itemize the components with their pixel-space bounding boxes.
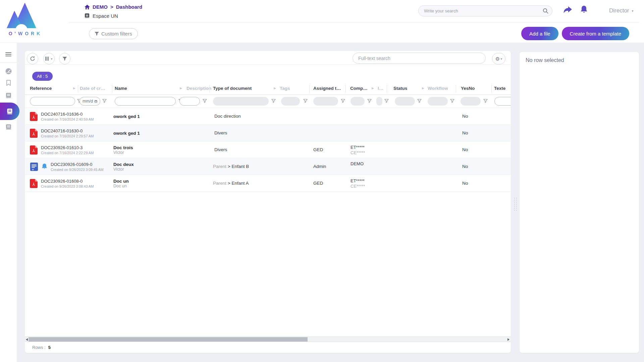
table-row[interactable]: ⅄ DOC230926-01608-0 Created on 9/26/2023… [25, 175, 511, 192]
chevron-down-icon: ▾ [51, 57, 52, 61]
filter-funnel-icon[interactable] [483, 99, 488, 103]
app-logo[interactable]: O'WORK [5, 2, 46, 40]
sort-icon[interactable]: ▶ [274, 86, 276, 90]
column-header-texte[interactable]: Texte [494, 86, 505, 91]
mountain-logo-icon [5, 2, 38, 30]
word-file-icon: w [30, 162, 38, 171]
table-row[interactable]: ⅄ DOC230926-01610-3 Created on 7/16/2024… [25, 141, 511, 158]
column-header-assigned[interactable]: Assigned t… [313, 86, 341, 91]
column-header-workflow[interactable]: Workflow [428, 86, 448, 91]
horizontal-scrollbar[interactable] [25, 337, 511, 342]
scroll-right-arrow-icon[interactable] [507, 338, 509, 341]
document-name: Doc deux [113, 162, 134, 167]
pdf-file-icon: ⅄ [30, 112, 38, 121]
share-arrow-icon [563, 6, 572, 14]
document-reference: DOC240716-01636-0 [41, 112, 94, 117]
search-icon[interactable] [543, 8, 548, 14]
filter-funnel-icon [62, 57, 67, 61]
filter-funnel-icon[interactable] [341, 99, 345, 103]
filter-input-workflow[interactable] [428, 97, 448, 106]
filter-input-reference[interactable] [30, 97, 75, 106]
column-header-type[interactable]: Type of document [213, 86, 252, 91]
filter-input-company[interactable] [351, 97, 365, 106]
refresh-button[interactable] [27, 53, 38, 64]
filter-input-i[interactable] [376, 97, 382, 106]
filter-input-yesno[interactable] [461, 97, 481, 106]
assigned-cell: GED [313, 141, 323, 158]
column-header-description[interactable]: Description [186, 86, 211, 91]
logo-text: O'WORK [5, 31, 46, 36]
filter-input-type[interactable] [213, 97, 269, 106]
sidebar-item-bookmarks[interactable] [0, 77, 17, 89]
sidebar-menu-toggle[interactable] [0, 48, 17, 60]
company-main: DEMO [351, 161, 364, 166]
sort-icon[interactable]: ▶ [180, 86, 182, 90]
document-name-sub: Victor [113, 150, 133, 155]
column-separator [387, 85, 387, 93]
filter-input-texte[interactable] [494, 97, 511, 106]
filter-funnel-icon[interactable] [417, 99, 422, 103]
filter-funnel-icon[interactable] [384, 99, 389, 103]
type-main: Divers [214, 130, 227, 135]
scrollbar-thumb[interactable] [29, 337, 308, 342]
filter-funnel-icon[interactable] [450, 99, 454, 103]
create-from-template-button[interactable]: Create from a template [562, 27, 629, 40]
column-separator [112, 85, 112, 93]
filter-input-tags[interactable] [281, 97, 300, 106]
column-header-name[interactable]: Name [115, 86, 127, 91]
column-separator [309, 85, 310, 93]
scroll-left-arrow-icon[interactable] [26, 338, 28, 341]
filter-input-status[interactable] [395, 97, 415, 106]
sidebar-item-ged-active[interactable] [0, 103, 19, 120]
document-stack-icon [6, 93, 11, 99]
sidebar-item-dashboard[interactable] [0, 65, 17, 77]
breadcrumb-separator: > [110, 4, 113, 10]
documents-table-card: ▾ ⚙ ▾ All : 5 Reference ▶ Date of cr… Na… [25, 51, 511, 353]
filter-input-description[interactable] [179, 97, 200, 106]
column-separator [209, 85, 210, 93]
sort-icon[interactable]: ▶ [422, 86, 424, 90]
filter-input-name[interactable] [115, 97, 176, 106]
column-header-tags[interactable]: Tags [280, 86, 290, 91]
column-header-reference[interactable]: Reference [30, 86, 52, 91]
assigned-cell: Admin [313, 158, 326, 175]
sort-icon[interactable]: ▶ [372, 86, 374, 90]
filter-input-assigned[interactable] [313, 97, 338, 106]
breadcrumb-root[interactable]: DEMO [93, 4, 108, 10]
share-button[interactable] [563, 6, 572, 14]
column-header-date[interactable]: Date of cr… [80, 86, 105, 91]
company-main: ET***** [351, 145, 365, 150]
filter-funnel-icon[interactable] [367, 99, 372, 103]
fulltext-search-input[interactable] [353, 53, 486, 64]
table-row[interactable]: w DOC230926-01609-0 Created on 9/26/2023… [25, 158, 511, 175]
tab-all[interactable]: All : 5 [32, 72, 53, 81]
filter-funnel-icon[interactable] [271, 99, 276, 103]
sidebar-item-archive[interactable] [0, 121, 17, 133]
column-header-company[interactable]: Comp… [350, 86, 368, 91]
user-role-menu[interactable]: Director ▾ [609, 7, 634, 14]
column-header-i[interactable]: I… [378, 86, 383, 91]
filter-funnel-icon[interactable] [203, 99, 207, 103]
columns-button[interactable]: ▾ [43, 53, 55, 64]
add-file-button[interactable]: Add a file [521, 27, 558, 40]
home-icon[interactable] [85, 5, 90, 9]
name-cell: Doc deux Victor [113, 158, 134, 175]
panel-resize-handle[interactable] [514, 197, 518, 212]
assigned-cell: GED [313, 175, 323, 192]
table-settings-button[interactable]: ⚙ ▾ [492, 53, 505, 64]
breadcrumb-current[interactable]: Dashboard [116, 4, 142, 10]
sidebar-item-documents[interactable] [0, 89, 17, 102]
filter-funnel-icon[interactable] [102, 99, 107, 103]
filter-button[interactable] [59, 53, 70, 64]
table-row[interactable]: ⅄ DOC240716-01630-0 Created on 7/16/2024… [25, 125, 511, 141]
column-header-status[interactable]: Status [393, 86, 407, 91]
custom-filters-button[interactable]: Custom filters [89, 28, 138, 39]
filter-funnel-icon[interactable] [303, 99, 308, 103]
filter-input-date[interactable]: mm/d [79, 97, 100, 106]
notifications-button[interactable] [580, 5, 588, 14]
sort-icon[interactable]: ▶ [73, 86, 75, 90]
column-header-yesno[interactable]: YesNo [461, 86, 475, 91]
rows-count: 5 [48, 345, 51, 350]
table-row[interactable]: ⅄ DOC240716-01636-0 Created on 7/16/2024… [25, 108, 511, 125]
global-search-input[interactable] [418, 5, 552, 16]
